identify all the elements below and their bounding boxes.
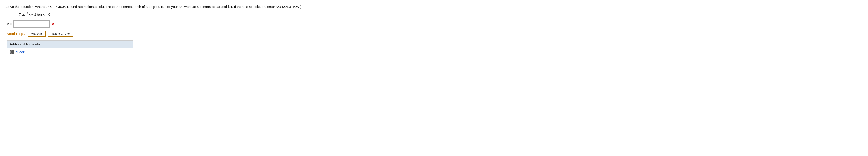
help-row: Need Help? Watch It Talk to a Tutor <box>7 31 863 37</box>
page-wrapper: Solve the equation, where 0° ≤ x < 360°.… <box>0 0 868 156</box>
need-help-label: Need Help? <box>7 32 26 36</box>
watch-it-button[interactable]: Watch It <box>28 31 46 37</box>
problem-statement: Solve the equation, where 0° ≤ x < 360°.… <box>5 4 863 9</box>
instruction-text: Solve the equation, where 0° ≤ x < 360°.… <box>5 5 301 8</box>
x-label: x = <box>7 22 11 26</box>
svg-rect-2 <box>10 51 11 53</box>
additional-materials-section: Additional Materials eBook <box>7 40 133 56</box>
ebook-icon <box>10 50 14 54</box>
additional-materials-header: Additional Materials <box>7 41 133 48</box>
ebook-link[interactable]: eBook <box>16 50 25 54</box>
answer-input[interactable] <box>13 20 50 28</box>
equation-line: 7 tan2 x − 2 tan x = 0 <box>19 12 863 16</box>
answer-row: x = ✕ <box>7 20 863 28</box>
x-mark: ✕ <box>51 22 55 26</box>
talk-to-tutor-button[interactable]: Talk to a Tutor <box>48 31 74 37</box>
ebook-row: eBook <box>7 48 133 56</box>
svg-rect-1 <box>12 50 14 54</box>
equation-text: 7 tan2 x − 2 tan x = 0 <box>19 12 50 16</box>
